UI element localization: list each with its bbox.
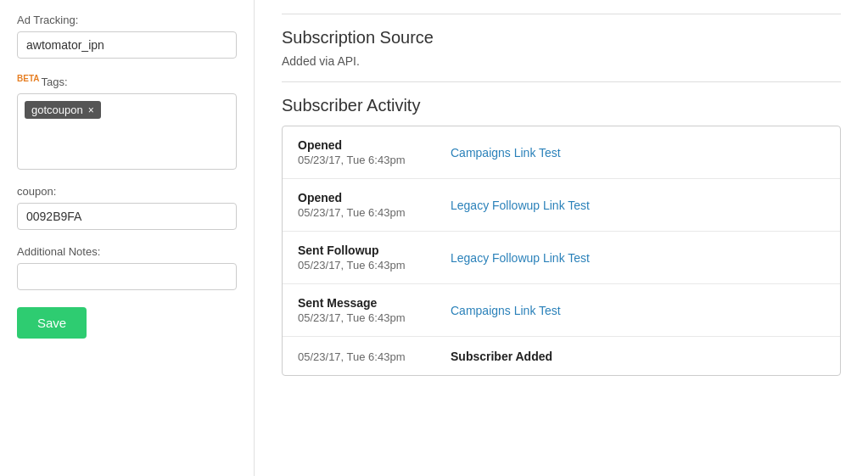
notes-label: Additional Notes: [17, 245, 237, 258]
activity-event-1: Opened 05/23/17, Tue 6:43pm [298, 191, 434, 219]
tag-chip: gotcoupon × [25, 101, 101, 119]
activity-event-date-2: 05/23/17, Tue 6:43pm [298, 259, 434, 272]
tags-box[interactable]: gotcoupon × [17, 93, 237, 170]
activity-event-2: Sent Followup 05/23/17, Tue 6:43pm [298, 244, 434, 272]
activity-link-1[interactable]: Legacy Followup Link Test [451, 199, 590, 212]
save-button[interactable]: Save [17, 307, 87, 339]
activity-bold-text-4: Subscriber Added [451, 350, 552, 363]
activity-event-date-4: 05/23/17, Tue 6:43pm [298, 350, 434, 363]
activity-event-4: 05/23/17, Tue 6:43pm [298, 349, 434, 363]
tag-chip-text: gotcoupon [31, 104, 83, 116]
left-panel: Ad Tracking: BETATags: gotcoupon × coupo… [0, 0, 255, 476]
ad-tracking-section: Ad Tracking: [17, 14, 237, 59]
activity-link-0[interactable]: Campaigns Link Test [451, 146, 561, 160]
ad-tracking-label: Ad Tracking: [17, 14, 237, 26]
coupon-label: coupon: [17, 185, 237, 198]
subscriber-activity-title: Subscriber Activity [282, 96, 841, 115]
activity-event-name-0: Opened [298, 138, 434, 152]
activity-link-2[interactable]: Legacy Followup Link Test [451, 251, 590, 265]
subscription-source-title: Subscription Source [282, 28, 841, 48]
activity-event-name-1: Opened [298, 191, 434, 204]
activity-event-date-3: 05/23/17, Tue 6:43pm [298, 311, 434, 324]
activity-event-name-3: Sent Message [298, 296, 434, 310]
table-row: 05/23/17, Tue 6:43pm Subscriber Added [283, 337, 840, 375]
activity-event-date-0: 05/23/17, Tue 6:43pm [298, 154, 434, 166]
activity-link-3[interactable]: Campaigns Link Test [451, 304, 561, 317]
activity-event-3: Sent Message 05/23/17, Tue 6:43pm [298, 296, 434, 324]
subscription-source-text: Added via API. [282, 54, 841, 68]
activity-table: Opened 05/23/17, Tue 6:43pm Campaigns Li… [282, 126, 841, 376]
subscription-source-section: Subscription Source Added via API. [282, 28, 841, 68]
right-panel: Subscription Source Added via API. Subsc… [255, 0, 868, 476]
ad-tracking-input[interactable] [17, 31, 237, 59]
table-row: Sent Followup 05/23/17, Tue 6:43pm Legac… [283, 232, 840, 284]
table-row: Opened 05/23/17, Tue 6:43pm Campaigns Li… [283, 126, 840, 179]
activity-event-name-2: Sent Followup [298, 244, 434, 257]
coupon-section: coupon: [17, 185, 237, 230]
tags-section: BETATags: gotcoupon × [17, 74, 237, 170]
tag-chip-remove-icon[interactable]: × [88, 105, 94, 115]
coupon-input[interactable] [17, 203, 237, 230]
middle-divider [282, 81, 841, 82]
beta-badge: BETA [17, 74, 39, 83]
table-row: Sent Message 05/23/17, Tue 6:43pm Campai… [283, 284, 840, 337]
tags-label: BETATags: [17, 74, 237, 88]
activity-event-date-1: 05/23/17, Tue 6:43pm [298, 206, 434, 219]
notes-section: Additional Notes: [17, 245, 237, 290]
notes-input[interactable] [17, 263, 237, 290]
top-divider [282, 14, 841, 14]
activity-event-0: Opened 05/23/17, Tue 6:43pm [298, 138, 434, 166]
table-row: Opened 05/23/17, Tue 6:43pm Legacy Follo… [283, 179, 840, 232]
